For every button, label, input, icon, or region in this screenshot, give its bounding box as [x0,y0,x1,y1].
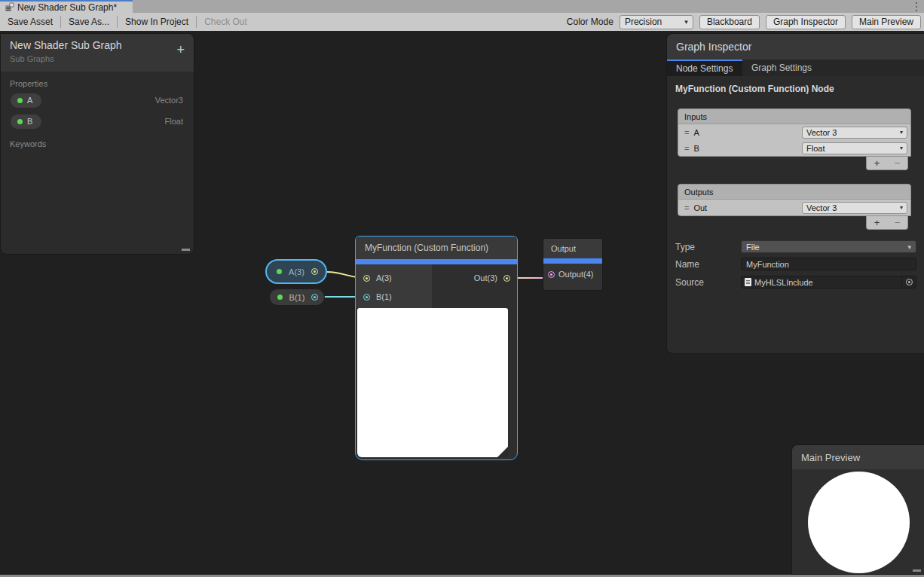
input-port-output[interactable]: Output(4) [548,270,593,279]
node-accent-bar [356,259,517,264]
graph-inspector-panel: Graph Inspector Node Settings Graph Sett… [666,33,924,354]
main-preview-title: Main Preview [792,445,924,469]
preview-collapse-handle[interactable] [497,447,508,457]
property-pill-a[interactable]: A [10,93,42,108]
output-node[interactable]: Output Output(4) [543,238,603,291]
add-property-button[interactable]: + [176,43,185,56]
name-field-row: Name MyFunction [675,258,916,270]
property-node-a[interactable]: A(3) [265,259,327,284]
blackboard-subtitle: Sub Graphs [10,54,185,63]
window-tab-strip: New Shader Sub Graph* [0,0,924,13]
color-mode-label: Color Mode [567,17,613,27]
blackboard-header: New Shader Sub Graph Sub Graphs + [1,34,194,72]
property-type-b: Float [165,117,183,126]
type-label: Type [675,242,741,252]
keywords-section-label: Keywords [1,132,194,150]
property-node-b[interactable]: B(1) [269,288,325,306]
source-field-row: Source MyHLSLInclude [675,276,916,288]
type-dropdown[interactable]: File ▾ [741,240,916,253]
output-port-icon[interactable] [311,268,318,275]
property-dot-icon [17,119,23,124]
object-picker-button[interactable] [901,276,916,288]
node-title[interactable]: MyFunction (Custom Function) [356,237,517,259]
name-label: Name [675,259,741,270]
property-type-a: Vector3 [155,96,183,105]
blackboard-title: New Shader Sub Graph [10,39,185,51]
blackboard-panel: New Shader Sub Graph Sub Graphs + Proper… [0,33,194,255]
property-row-a[interactable]: A Vector3 [1,90,194,111]
node-preview [357,308,508,457]
inspector-tabs: Node Settings Graph Settings [667,60,924,76]
chevron-down-icon: ▾ [684,18,688,26]
port-icon[interactable] [503,275,510,282]
blackboard-resize-handle[interactable] [182,249,190,251]
inputs-list-footer: + − [866,157,908,170]
node-accent-bar [543,258,602,264]
node-ports: Output(4) [543,264,602,291]
tab-title: New Shader Sub Graph* [17,2,117,13]
custom-function-node[interactable]: MyFunction (Custom Function) A(3) B(1) O… [355,236,518,460]
check-out-button: Check Out [197,13,255,31]
chevron-down-icon: ▾ [900,129,903,136]
save-asset-button[interactable]: Save Asset [0,13,60,31]
source-label: Source [675,277,741,288]
port-icon[interactable] [363,294,370,301]
outputs-list-header: Outputs [678,185,910,200]
main-preview-panel: Main Preview [791,444,924,575]
port-icon[interactable] [548,271,555,278]
input-a-type-dropdown[interactable]: Vector 3 ▾ [802,127,907,139]
properties-section-label: Properties [1,72,194,90]
port-icon[interactable] [363,275,370,282]
output-port-icon[interactable] [311,294,318,301]
name-input[interactable]: MyFunction [741,258,916,270]
inputs-row-a[interactable]: = A Vector 3 ▾ [678,124,910,140]
save-as-button[interactable]: Save As... [61,13,117,31]
outputs-list: Outputs = Out Vector 3 ▾ [678,184,911,216]
tab-node-settings[interactable]: Node Settings [667,60,742,76]
add-output-button[interactable]: + [874,217,880,228]
output-port-out[interactable]: Out(3) [474,270,510,286]
show-in-project-button[interactable]: Show In Project [118,13,196,31]
property-dot-icon [277,269,282,274]
type-field-row: Type File ▾ [675,240,916,253]
inputs-list-header: Inputs [678,109,910,124]
input-port-b[interactable]: B(1) [363,288,392,305]
shader-preview-sphere[interactable] [808,472,910,573]
window-menu-icon[interactable] [915,2,918,11]
node-ports: A(3) B(1) Out(3) [356,264,517,308]
property-row-b[interactable]: B Float [1,111,194,132]
remove-output-button[interactable]: − [895,217,901,228]
preview-resize-handle[interactable] [913,569,921,572]
drag-handle-icon[interactable]: = [684,203,688,212]
chevron-down-icon: ▾ [900,204,903,211]
drag-handle-icon[interactable]: = [684,128,688,137]
chevron-down-icon: ▾ [900,145,903,151]
inspector-node-heading: MyFunction (Custom Function) Node [675,84,834,94]
source-object-field[interactable]: MyHLSLInclude [741,276,916,288]
node-title[interactable]: Output [543,239,602,258]
input-port-a[interactable]: A(3) [363,270,392,286]
document-tab[interactable]: New Shader Sub Graph* [0,0,133,13]
file-icon [745,278,751,286]
add-input-button[interactable]: + [874,157,880,169]
property-pill-b[interactable]: B [10,114,42,130]
property-dot-icon [17,98,23,103]
graph-inspector-toggle-button[interactable]: Graph Inspector [766,15,846,29]
target-icon [906,279,913,285]
inputs-list: Inputs = A Vector 3 ▾ = B Float ▾ [678,108,911,157]
property-dot-icon [277,295,283,300]
remove-input-button[interactable]: − [895,157,901,169]
toolbar: Save Asset Save As... Show In Project Ch… [0,13,924,31]
input-b-type-dropdown[interactable]: Float ▾ [802,142,907,154]
blackboard-toggle-button[interactable]: Blackboard [699,15,760,29]
outputs-row-out[interactable]: = Out Vector 3 ▾ [678,200,910,215]
outputs-list-footer: + − [866,216,908,230]
drag-handle-icon[interactable]: = [684,144,688,153]
subgraph-icon [5,2,14,12]
inputs-row-b[interactable]: = B Float ▾ [678,140,910,156]
chevron-down-icon: ▾ [907,243,911,251]
output-out-type-dropdown[interactable]: Vector 3 ▾ [802,202,907,214]
main-preview-toggle-button[interactable]: Main Preview [852,15,921,29]
color-mode-dropdown[interactable]: Precision ▾ [620,15,693,29]
tab-graph-settings[interactable]: Graph Settings [742,60,821,76]
